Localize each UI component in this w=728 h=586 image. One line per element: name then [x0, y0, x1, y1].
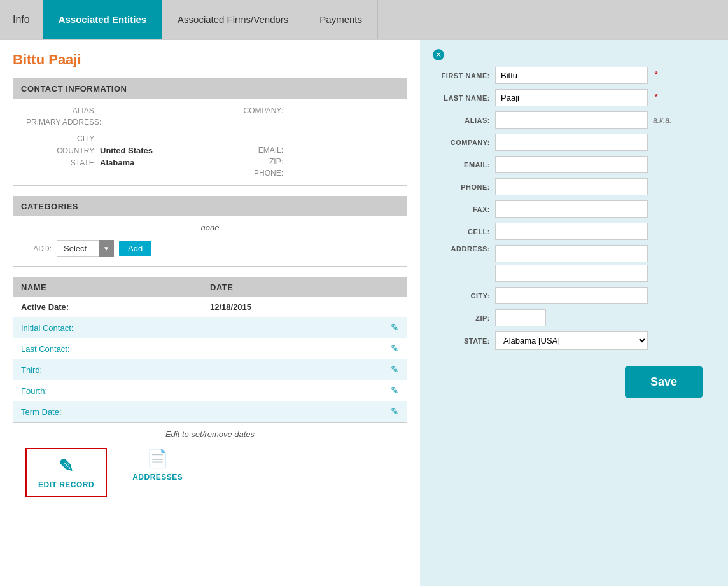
company-form-input[interactable]	[495, 134, 648, 151]
email-row: EMAIL:	[213, 144, 394, 156]
zip-label: ZIP:	[213, 157, 283, 166]
tab-associated-firms-vendors[interactable]: Associated Firms/Vendors	[162, 0, 304, 39]
phone-label: PHONE:	[213, 169, 283, 178]
address-form-row: ADDRESS:	[433, 245, 715, 282]
state-value: Alabama	[100, 158, 134, 167]
term-date-label: Term Date:	[21, 407, 391, 417]
active-date-label: Active Date:	[21, 302, 210, 312]
categories-section: CATEGORIES none ADD: Select ▼ Add	[13, 196, 407, 267]
category-select[interactable]: Select	[57, 240, 114, 257]
tab-payments[interactable]: Payments	[304, 0, 378, 39]
tab-payments-label: Payments	[319, 14, 362, 25]
phone-row: PHONE:	[213, 167, 394, 179]
state-form-label: STATE:	[433, 337, 490, 345]
close-icon: ✕	[435, 50, 442, 59]
zip-form-input[interactable]	[495, 309, 546, 326]
tab-associated-entities[interactable]: Associated Entities	[43, 0, 162, 39]
country-value: United States	[100, 146, 153, 155]
city-label: CITY:	[26, 134, 96, 143]
close-button[interactable]: ✕	[433, 49, 444, 60]
select-wrapper: Select ▼	[57, 240, 114, 257]
save-button[interactable]: Save	[625, 366, 703, 398]
country-row: COUNTRY: United States	[26, 144, 207, 157]
person-name: Bittu Paaji	[13, 52, 407, 68]
contact-info-right: COMPANY: EMAIL: ZIP: PHONE:	[213, 105, 394, 179]
edit-record-icon: ✎	[59, 456, 74, 477]
third-label: Third:	[21, 365, 391, 375]
city-form-input[interactable]	[495, 287, 648, 304]
tab-associated-entities-label: Associated Entities	[59, 14, 146, 25]
contact-info-section: CONTACT INFORMATION ALIAS: PRIMARY ADDRE…	[13, 78, 407, 186]
dates-table-header: NAME DATE	[13, 277, 407, 297]
tab-associated-firms-vendors-label: Associated Firms/Vendors	[178, 14, 288, 25]
dates-table: NAME DATE Active Date: 12/18/2015 Initia…	[13, 277, 407, 423]
fourth-edit-icon[interactable]: ✎	[391, 385, 399, 396]
email-label: EMAIL:	[213, 146, 283, 155]
primary-address-row: PRIMARY ADDRESS:	[26, 116, 207, 128]
add-label: ADD:	[26, 244, 52, 253]
city-form-label: CITY:	[433, 292, 490, 300]
phone-form-input[interactable]	[495, 178, 648, 195]
phone-form-label: PHONE:	[433, 183, 490, 191]
tab-info[interactable]: Info	[0, 0, 43, 39]
fax-form-label: FAX:	[433, 206, 490, 213]
country-label: COUNTRY:	[26, 146, 96, 155]
contact-info-header: CONTACT INFORMATION	[13, 79, 407, 99]
alias-label: ALIAS:	[26, 106, 96, 115]
address-form-label: ADDRESS:	[433, 245, 490, 253]
address-inputs	[495, 245, 648, 282]
cell-form-row: CELL:	[433, 223, 715, 240]
alias-form-input[interactable]	[495, 111, 648, 129]
address-line1-input[interactable]	[495, 245, 648, 262]
cell-form-label: CELL:	[433, 228, 490, 235]
company-row: COMPANY:	[213, 105, 394, 116]
alias-form-label: ALIAS:	[433, 116, 490, 124]
email-form-row: EMAIL:	[433, 156, 715, 173]
edit-record-label: EDIT RECORD	[38, 480, 94, 489]
edit-record-button[interactable]: ✎ EDIT RECORD	[25, 448, 107, 497]
fax-form-row: FAX:	[433, 200, 715, 218]
add-category-button[interactable]: Add	[119, 241, 151, 256]
email-form-label: EMAIL:	[433, 161, 490, 169]
last-name-required-star: *	[654, 92, 658, 104]
table-row: Term Date: ✎	[13, 401, 407, 422]
state-form-select[interactable]: Alabama [USA] Alaska [USA] Arizona [USA]…	[495, 331, 648, 350]
third-edit-icon[interactable]: ✎	[391, 364, 399, 375]
primary-address-label: PRIMARY ADDRESS:	[26, 118, 101, 127]
col-date-header: DATE	[210, 283, 399, 292]
categories-add-row: ADD: Select ▼ Add	[26, 237, 394, 260]
initial-contact-label: Initial Contact:	[21, 323, 391, 333]
state-label: STATE:	[26, 158, 96, 167]
zip-row: ZIP:	[213, 156, 394, 167]
contact-info-grid: ALIAS: PRIMARY ADDRESS: CITY: COUNTRY: U…	[13, 99, 407, 185]
email-form-input[interactable]	[495, 156, 648, 173]
first-name-label: FIRST NAME:	[433, 72, 490, 80]
main-content: Bittu Paaji CONTACT INFORMATION ALIAS: P…	[0, 40, 728, 586]
first-name-row: FIRST NAME: *	[433, 67, 715, 84]
addresses-button[interactable]: 📄 ADDRESSES	[132, 448, 183, 497]
cell-form-input[interactable]	[495, 223, 648, 240]
last-name-input[interactable]	[495, 89, 648, 106]
right-panel: ✕ FIRST NAME: * LAST NAME: * ALIAS: a.k.…	[420, 40, 728, 586]
company-form-row: COMPANY:	[433, 134, 715, 151]
fax-form-input[interactable]	[495, 200, 648, 218]
active-date-row: Active Date: 12/18/2015	[13, 297, 407, 317]
phone-form-row: PHONE:	[433, 178, 715, 195]
zip-form-row: ZIP:	[433, 309, 715, 326]
categories-header: CATEGORIES	[13, 197, 407, 216]
company-label: COMPANY:	[213, 106, 283, 115]
action-buttons: ✎ EDIT RECORD 📄 ADDRESSES	[13, 448, 407, 497]
categories-none: none	[26, 223, 394, 232]
city-form-row: CITY:	[433, 287, 715, 304]
col-name-header: NAME	[21, 283, 210, 292]
first-name-required-star: *	[654, 70, 658, 81]
term-date-edit-icon[interactable]: ✎	[391, 406, 399, 417]
edit-hint: Edit to set/remove dates	[13, 429, 407, 439]
last-contact-edit-icon[interactable]: ✎	[391, 343, 399, 354]
initial-contact-edit-icon[interactable]: ✎	[391, 322, 399, 333]
state-row: STATE: Alabama	[26, 157, 207, 169]
contact-info-left: ALIAS: PRIMARY ADDRESS: CITY: COUNTRY: U…	[26, 105, 207, 179]
address-line2-input[interactable]	[495, 265, 648, 282]
addresses-label: ADDRESSES	[132, 473, 183, 482]
first-name-input[interactable]	[495, 67, 648, 84]
